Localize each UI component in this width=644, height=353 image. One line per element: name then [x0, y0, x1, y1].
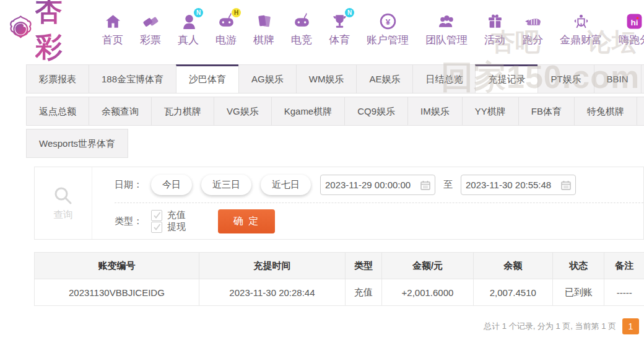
quick-range-pill[interactable]: 近三日: [201, 175, 251, 195]
tab[interactable]: Kgame棋牌: [271, 97, 346, 126]
report-tabs: 彩票报表188金宝博体育沙巴体育AG娱乐WM娱乐AE娱乐日结总览充提记录PT娱乐…: [26, 64, 644, 158]
team-icon: [436, 11, 457, 31]
tab[interactable]: 瓦力棋牌: [151, 97, 214, 126]
tab[interactable]: CQ9娱乐: [344, 97, 408, 126]
nav-item-label: 账户管理: [367, 33, 409, 47]
column-header: 类型: [346, 253, 382, 279]
column-header: 账变编号: [35, 253, 199, 279]
type-filter-row: 类型： 充值提现 确 定: [115, 203, 643, 239]
nav-item-label: 棋牌: [253, 33, 274, 47]
date-label: 日期：: [115, 179, 142, 191]
nav-items: 首页彩票N真人H电游棋牌电竞N体育¥账户管理团队管理活动跑分金鼎财富hi嗨跑分: [85, 11, 644, 47]
tab[interactable]: PT娱乐: [537, 64, 594, 94]
ticket-icon: [140, 11, 161, 31]
page-1-button[interactable]: 1: [622, 318, 639, 334]
cell-status: 已到账: [552, 279, 604, 306]
tab-row: Wesports世界体育: [26, 129, 644, 158]
hi-icon: hi: [624, 11, 644, 31]
brand-logo[interactable]: 杏彩: [6, 0, 76, 66]
quick-range-pill[interactable]: 近七日: [261, 175, 311, 195]
table-header-row: 账变编号充提时间类型金额/元余额状态备注: [35, 253, 644, 279]
calendar-icon[interactable]: [561, 180, 571, 190]
tab[interactable]: BBIN: [594, 64, 642, 94]
tab[interactable]: Wesports世界体育: [26, 129, 128, 158]
nav-item-7[interactable]: ¥账户管理: [367, 11, 409, 47]
brand-name: 杏彩: [35, 0, 76, 66]
table-row: 20231130VBBJICEIDG2023-11-30 20:28:44充值+…: [35, 279, 644, 306]
tab[interactable]: 充提记录: [475, 64, 538, 94]
nav-item-label: 真人: [178, 33, 199, 47]
cell-type: 充值: [346, 279, 382, 306]
tab[interactable]: 彩票报表: [26, 64, 89, 94]
new-badge: N: [194, 8, 203, 17]
nav-item-label: 电竞: [291, 33, 312, 47]
trophy-icon: N: [329, 11, 350, 31]
nav-item-5[interactable]: 电竞: [291, 11, 312, 47]
column-header: 充提时间: [199, 253, 345, 279]
tab[interactable]: FB体育: [518, 97, 575, 126]
tab[interactable]: AE娱乐: [356, 64, 413, 94]
cards-icon: [253, 11, 274, 31]
type-option[interactable]: 提现: [151, 221, 186, 233]
cell-amount: +2,001.6000: [382, 279, 474, 306]
nav-item-2[interactable]: N真人: [178, 11, 199, 47]
pagination-summary: 总计 1 个记录, 分为 1 页, 当前第 1 页: [484, 321, 616, 332]
home-icon: [102, 11, 123, 31]
nav-item-1[interactable]: 彩票: [140, 11, 161, 47]
date-from-field[interactable]: [320, 175, 435, 195]
cell-id: 20231130VBBJICEIDG: [35, 279, 199, 306]
nav-item-6[interactable]: N体育: [329, 11, 350, 47]
tab[interactable]: IM娱乐: [407, 97, 463, 126]
tab[interactable]: YY棋牌: [462, 97, 519, 126]
cell-time: 2023-11-30 20:28:44: [199, 279, 345, 306]
date-from-input[interactable]: [325, 180, 418, 190]
quick-range-group: 今日近三日近七日: [151, 175, 320, 195]
tripod-icon: [570, 11, 591, 31]
tab[interactable]: 沙巴体育: [176, 64, 239, 94]
type-option[interactable]: 充值: [151, 209, 186, 221]
checkbox-icon[interactable]: [151, 222, 162, 233]
date-range-to-label: 至: [443, 179, 453, 191]
tab[interactable]: 188金宝博体育: [89, 64, 176, 94]
date-to-input[interactable]: [466, 180, 559, 190]
new-badge: H: [232, 8, 241, 17]
tab[interactable]: 账变报表: [641, 64, 644, 94]
nav-item-10[interactable]: 跑分: [522, 11, 543, 47]
cell-remark: -----: [604, 279, 644, 306]
nav-item-8[interactable]: 团队管理: [425, 11, 468, 47]
date-filter-row: 日期： 今日近三日近七日 至: [115, 167, 643, 203]
nav-item-4[interactable]: 棋牌: [253, 11, 274, 47]
nav-item-3[interactable]: H电游: [215, 11, 237, 47]
nav-item-label: 跑分: [522, 33, 543, 47]
nav-item-0[interactable]: 首页: [102, 11, 123, 47]
tab[interactable]: 特兔棋牌: [574, 97, 637, 126]
tab[interactable]: 返点总额: [26, 97, 89, 126]
type-option-group: 充值提现: [151, 209, 201, 233]
flower-logo-icon: [6, 9, 35, 50]
nav-item-label: 体育: [329, 33, 350, 47]
tab[interactable]: IM体育: [637, 97, 644, 126]
live-person-icon: N: [178, 11, 199, 31]
tab[interactable]: WM娱乐: [296, 64, 357, 94]
records-table: 账变编号充提时间类型金额/元余额状态备注 20231130VBBJICEIDG2…: [34, 252, 644, 306]
quick-range-pill[interactable]: 今日: [151, 175, 192, 195]
nav-item-11[interactable]: 金鼎财富: [560, 11, 602, 47]
confirm-button[interactable]: 确 定: [218, 209, 275, 233]
coin-icon: ¥: [377, 11, 398, 31]
nav-item-12[interactable]: hi嗨跑分: [619, 11, 644, 47]
tab[interactable]: AG娱乐: [238, 64, 297, 94]
calendar-icon[interactable]: [420, 180, 430, 190]
checkbox-icon[interactable]: [151, 210, 162, 221]
nav-item-9[interactable]: 活动: [484, 11, 505, 47]
query-panel: 查询 日期： 今日近三日近七日 至: [34, 167, 644, 240]
tab-row: 彩票报表188金宝博体育沙巴体育AG娱乐WM娱乐AE娱乐日结总览充提记录PT娱乐…: [26, 64, 644, 94]
gamepad-icon: H: [215, 11, 237, 31]
date-to-field[interactable]: [461, 175, 576, 195]
search-icon: [53, 185, 74, 206]
query-panel-left: 查询: [35, 167, 92, 239]
tab[interactable]: 日结总览: [412, 64, 476, 94]
tab[interactable]: 余额查询: [89, 97, 152, 126]
tab[interactable]: VG娱乐: [214, 97, 272, 126]
column-header: 备注: [604, 253, 644, 279]
pagination: 总计 1 个记录, 分为 1 页, 当前第 1 页 1: [0, 318, 639, 334]
